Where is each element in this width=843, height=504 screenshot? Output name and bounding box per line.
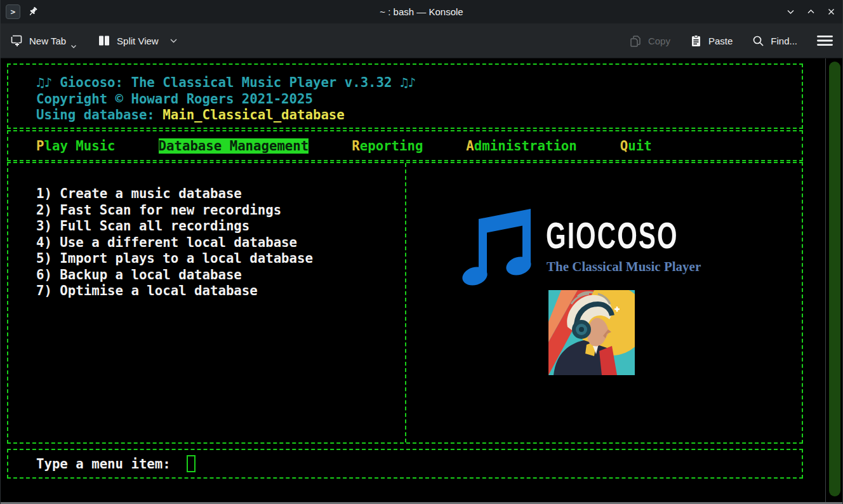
logo-tagline: The Classical Music Player [547, 259, 701, 275]
menu-play-music[interactable]: Play Music [36, 138, 116, 154]
submenu-item-2[interactable]: 2) Fast Scan for new recordings [36, 202, 405, 219]
split-view-button[interactable]: Split View [97, 34, 178, 48]
giocoso-header-panel: ♫♪ Giocoso: The Classical Music Player v… [7, 63, 803, 129]
logo-wordmark: GIOCOSO [546, 214, 679, 256]
toolbar: New Tab Split View [1, 23, 842, 58]
database-name: Main_Classical_database [163, 107, 344, 123]
window-controls [785, 0, 836, 23]
copy-button[interactable]: Copy [629, 34, 670, 48]
paste-label: Paste [708, 36, 733, 46]
submenu-item-5[interactable]: 5) Import plays to a local database [36, 251, 405, 267]
copy-icon [629, 34, 642, 48]
find-label: Find... [771, 36, 797, 46]
submenu-item-1[interactable]: 1) Create a music database [36, 186, 405, 202]
new-tab-button[interactable]: New Tab [10, 34, 78, 48]
submenu-item-6[interactable]: 6) Backup a local database [36, 267, 405, 284]
paste-button[interactable]: Paste [689, 34, 733, 48]
close-button[interactable] [826, 7, 836, 17]
chevron-down-icon [786, 7, 795, 17]
database-line: Using database: Main_Classical_database [36, 107, 802, 124]
konsole-window: > ~ : bash — Konsole [0, 0, 843, 504]
tui-menubar: Play Music Database Management Reporting… [7, 130, 803, 161]
hamburger-menu-button[interactable] [816, 34, 833, 47]
submenu-item-7[interactable]: 7) Optimise a local database [36, 283, 405, 300]
paste-icon [689, 34, 703, 48]
split-view-dropdown-chevron-icon [169, 38, 178, 44]
chevron-up-icon [806, 7, 816, 17]
new-tab-label: New Tab [29, 36, 66, 46]
prompt-label: Type a menu item: [36, 456, 171, 472]
copyright-line: Copyright © Howard Rogers 2021-2025 [36, 91, 802, 108]
toolbar-right-group: Copy Paste Find... [629, 34, 833, 48]
toolbar-left-group: New Tab Split View [10, 34, 178, 48]
logo-pane: GIOCOSO The Classical Music Player [406, 163, 802, 442]
new-tab-icon [10, 34, 23, 48]
new-tab-dropdown-chevron-icon [70, 44, 77, 49]
terminal-screen[interactable]: ♫♪ Giocoso: The Classical Music Player v… [1, 58, 842, 502]
submenu-list: 1) Create a music database 2) Fast Scan … [8, 163, 405, 442]
close-icon [826, 7, 836, 17]
hamburger-menu-icon [816, 34, 833, 47]
beethoven-artwork [548, 290, 635, 375]
split-view-icon [97, 34, 111, 48]
database-label: Using database: [36, 107, 163, 123]
find-button[interactable]: Find... [752, 34, 797, 48]
menu-reporting[interactable]: Reporting [352, 138, 423, 154]
menu-database-management[interactable]: Database Management [159, 138, 309, 154]
music-note-logo-icon [456, 209, 540, 289]
titlebar: > ~ : bash — Konsole [1, 0, 842, 23]
app-title-line: ♫♪ Giocoso: The Classical Music Player v… [36, 75, 802, 91]
scrollbar-separator [825, 58, 826, 502]
terminal-cursor[interactable] [187, 455, 196, 472]
menu-quit[interactable]: Quit [620, 138, 652, 154]
minimize-button[interactable] [785, 7, 795, 17]
submenu-item-3[interactable]: 3) Full Scan all recordings [36, 218, 405, 235]
search-icon [752, 34, 765, 48]
copy-label: Copy [648, 36, 670, 46]
submenu-item-4[interactable]: 4) Use a different local database [36, 235, 405, 251]
menu-administration[interactable]: Administration [466, 138, 576, 154]
maximize-button[interactable] [806, 7, 816, 17]
window-title: ~ : bash — Konsole [1, 0, 842, 23]
prompt-panel: Type a menu item: [7, 449, 803, 479]
scrollbar-thumb[interactable] [829, 62, 840, 496]
split-view-label: Split View [117, 36, 159, 46]
main-panel: 1) Create a music database 2) Fast Scan … [7, 162, 803, 444]
